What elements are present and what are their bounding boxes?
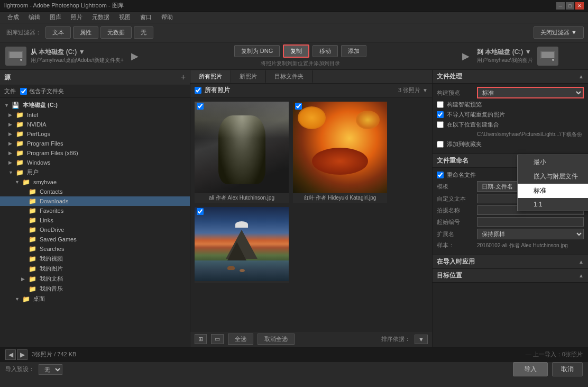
start-number-input[interactable] [477,217,584,227]
menu-view[interactable]: 视图 [115,12,135,22]
tree-item-nvidia[interactable]: ▶ 📁 NVIDIA [0,120,190,129]
cancel-button[interactable]: 取消 [552,362,583,376]
import-button[interactable]: 导入 [513,362,548,376]
photo-cell-3[interactable] [195,207,289,283]
source-title: 从 本地磁盘 (C:) ▼ [31,48,124,57]
target-location-header[interactable]: 目标位置 ▲ [433,269,588,283]
none-filter-btn[interactable]: 无 [134,26,153,39]
include-subfolders-checkbox[interactable]: 包含子文件夹 [20,87,64,95]
tree-item-myvideo[interactable]: 📁 我的视频 [0,254,190,264]
prev-btn[interactable]: ◀ [5,349,16,360]
preview-option-standard[interactable]: ✓ 标准 [518,184,588,198]
no-duplicate-label[interactable]: 不导入可能重复的照片 [447,111,505,119]
menu-photo[interactable]: 照片 [67,12,87,22]
tree-item-programfiles[interactable]: ▶ 📁 Program Files [0,139,190,148]
deselect-all-btn[interactable]: 取消全选 [258,334,295,345]
photo-check-3[interactable] [197,208,204,215]
dest-drive-label[interactable]: 本地磁盘 (C:) ▼ [485,48,531,56]
smart-preview-label[interactable]: 构建智能预览 [447,101,482,109]
copy-btn[interactable]: 复制 [283,44,309,58]
tree-item-savedgames[interactable]: 📁 Saved Games [0,235,190,244]
file-handling-header[interactable]: 文件处理 ▲ [433,70,588,84]
create-below-check[interactable] [437,121,444,128]
photo-check-2[interactable] [295,103,302,110]
tree-item-intel[interactable]: ▶ 📁 Intel [0,110,190,120]
add-btn[interactable]: 添加 [341,45,366,57]
tree-arrow-smyhvae: ▼ [15,179,20,185]
tree-item-perflogs[interactable]: ▶ 📁 PerfLogs [0,129,190,139]
tree-item-mydocs[interactable]: ▶ 📁 我的文档 [0,274,190,284]
move-btn[interactable]: 移动 [313,45,338,57]
minimize-button[interactable]: ─ [556,2,565,10]
menu-help[interactable]: 帮助 [157,12,177,22]
add-collection-label[interactable]: 添加到收藏夹 [447,140,482,148]
menu-metadata[interactable]: 元数据 [88,12,114,22]
preview-option-embed-label: 嵌入与附层文件 [534,172,578,181]
photo-cell-1[interactable]: ali 作者 Alex Hutchinson.jpg [195,102,289,203]
photo-check-1[interactable] [197,103,204,110]
tree-item-smyhvae[interactable]: ▼ 📁 smyhvae [0,177,190,187]
check-all-photos[interactable] [195,87,201,94]
preview-option-embed[interactable]: 嵌入与附层文件 [518,169,588,184]
menu-compose[interactable]: 合成 [3,12,23,22]
tree-item-mymusic[interactable]: 📁 我的音乐 [0,284,190,294]
smart-preview-check[interactable] [437,101,444,108]
tree-item-contacts[interactable]: 📁 Contacts [0,187,190,196]
preview-option-min[interactable]: 最小 [518,155,588,169]
folder-icon-desktop: 📁 [22,295,30,303]
tree-item-windows[interactable]: ▶ 📁 Windows [0,158,190,167]
import-preset-select[interactable]: 无 [39,364,62,375]
tab-new-photos[interactable]: 新照片 [231,70,266,83]
file-label-row: 文件 包含子文件夹 [0,85,190,98]
folder-icon-mydocs: 📁 [29,275,36,283]
tree-item-users[interactable]: ▼ 📁 用户 [0,167,190,177]
tree-item-onedrive[interactable]: 📁 OneDrive [0,225,190,235]
close-button[interactable]: ✕ [575,2,584,10]
preview-option-standard-label: 标准 [534,186,546,195]
tree-item-favorites[interactable]: 📁 Favorites [0,206,190,215]
source-add-btn[interactable]: + [181,73,186,82]
no-duplicate-check[interactable] [437,111,444,118]
add-collection-check[interactable] [437,141,444,148]
next-btn[interactable]: ▶ [17,349,27,360]
menu-edit[interactable]: 编辑 [24,12,44,22]
source-drive-label[interactable]: 本地磁盘 (C:) ▼ [39,48,85,56]
photo-cell-2[interactable]: 红叶 作者 Hideyuki Katagiri.jpg [293,102,387,203]
preview-option-1to1[interactable]: 1:1 [518,198,588,211]
source-nav-arrow[interactable]: ▶ [128,50,142,62]
grid-view-btn[interactable]: ⊞ [195,334,207,344]
close-filter-btn[interactable]: 关闭过滤器 ▼ [534,26,584,39]
tree-item-downloads[interactable]: 📁 Downloads [0,196,190,206]
metadata-filter-btn[interactable]: 元数据 [100,26,132,39]
tab-dest-folder[interactable]: 目标文件夹 [266,70,313,83]
smart-preview-row: 构建智能预览 [437,101,584,109]
sort-dropdown-btn[interactable]: ▼ [415,335,428,344]
build-preview-select[interactable]: 标准 [477,87,584,98]
rename-files-check[interactable] [437,172,444,178]
apply-import-header[interactable]: 在导入时应用 ▲ [433,255,588,269]
folder-icon-perflogs: 📁 [16,130,24,138]
menu-library[interactable]: 图库 [45,12,66,22]
text-filter-btn[interactable]: 文本 [45,26,71,39]
subfolders-input[interactable] [20,88,27,95]
tab-all-photos[interactable]: 所有照片 [190,70,231,83]
rename-files-label[interactable]: 重命名文件 [447,171,476,179]
tree-item-programfilesx86[interactable]: ▶ 📁 Program Files (x86) [0,148,190,158]
filmstrip-view-btn[interactable]: ▭ [211,334,224,344]
maximize-button[interactable]: □ [566,2,574,10]
tree-item-desktop[interactable]: ▼ 📁 桌面 [0,294,190,304]
tree-item-mypictures[interactable]: 📁 我的图片 [0,264,190,274]
menu-window[interactable]: 窗口 [136,12,156,22]
window-controls: ─ □ ✕ [556,2,584,10]
copy-dng-btn[interactable]: 复制为 DNG [234,45,280,57]
tree-item-drive-c[interactable]: ▼ 💾 本地磁盘 (C:) [0,100,190,110]
folder-icon-mymusic: 📁 [29,285,36,293]
tree-item-links[interactable]: 📁 Links [0,215,190,225]
dest-nav-arrow[interactable]: ▶ [459,50,473,62]
create-below-label[interactable]: 在以下位置创建集合 [447,121,499,129]
tree-item-searches[interactable]: 📁 Searches [0,244,190,254]
select-all-btn[interactable]: 全选 [228,334,253,345]
extension-select[interactable]: 保持原样 [477,229,584,239]
check-min [523,159,530,166]
attribute-filter-btn[interactable]: 属性 [73,26,98,39]
